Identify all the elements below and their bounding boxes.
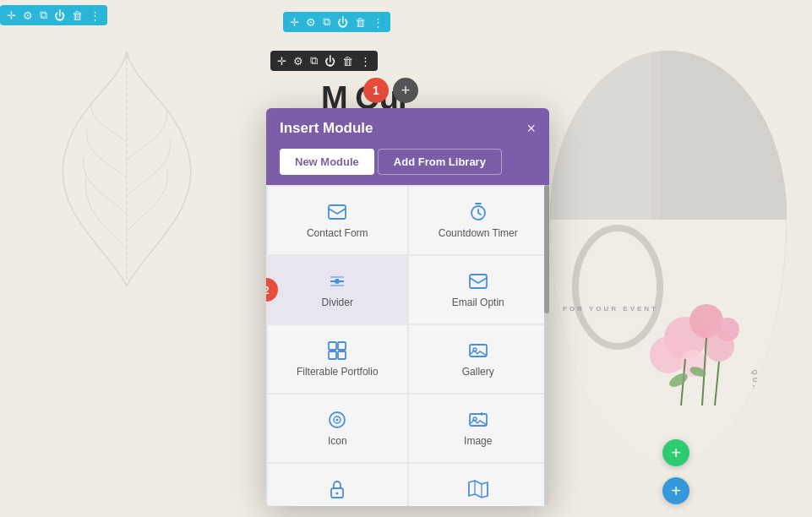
insert-module-modal: Insert Module × New Module Add From Libr… (266, 108, 549, 506)
third-toolbar: ✛ ⚙ ⧉ ⏻ 🗑 ⋮ (283, 12, 390, 32)
second-plus-icon[interactable]: ✛ (277, 55, 286, 68)
filterable-portfolio-icon (327, 340, 347, 361)
tab-add-from-library[interactable]: Add From Library (378, 149, 502, 175)
module-filterable-portfolio[interactable]: Filterable Portfolio (268, 325, 407, 393)
second-copy-icon[interactable]: ⧉ (310, 54, 318, 68)
divider-label: Divider (322, 297, 353, 308)
third-copy-icon[interactable]: ⧉ (323, 15, 330, 29)
module-icon[interactable]: Icon (268, 395, 407, 462)
second-trash-icon[interactable]: 🗑 (342, 55, 353, 68)
icon-module-icon (327, 410, 347, 430)
filterable-portfolio-label: Filterable Portfolio (297, 366, 379, 378)
gallery-label: Gallery (462, 366, 494, 378)
step-badge-1: 1 (363, 78, 389, 103)
module-gallery[interactable]: Gallery (409, 325, 548, 393)
modal-close-button[interactable]: × (526, 121, 536, 136)
modal-scrollbar[interactable] (544, 185, 549, 506)
third-gear-icon[interactable]: ⚙ (306, 16, 316, 29)
email-optin-label: Email Optin (452, 297, 504, 308)
right-oval-image: FOR YOUR EVENT QUALITY (550, 51, 787, 465)
login-label: Login (325, 504, 350, 506)
toolbar-copy-icon[interactable]: ⧉ (40, 8, 47, 22)
feather-watermark (17, 34, 237, 304)
green-add-button-1[interactable]: + (662, 439, 689, 466)
toolbar-gear-icon[interactable]: ⚙ (23, 9, 33, 22)
step-badge-2: 2 (266, 278, 278, 302)
module-countdown-timer[interactable]: Countdown Timer (409, 187, 548, 254)
countdown-timer-label: Countdown Timer (439, 227, 518, 239)
third-plus-icon[interactable]: ✛ (290, 16, 299, 29)
module-image[interactable]: Image (409, 395, 548, 462)
login-icon (327, 479, 347, 499)
email-optin-icon (468, 271, 488, 291)
svg-rect-27 (338, 351, 346, 359)
modal-scroll-thumb (544, 185, 549, 313)
svg-rect-23 (470, 275, 487, 288)
modal-header: Insert Module × (266, 108, 549, 149)
second-dots-icon[interactable]: ⋮ (360, 55, 371, 68)
svg-rect-2 (660, 51, 787, 237)
third-power-icon[interactable]: ⏻ (337, 16, 348, 29)
module-divider[interactable]: 2 Divider (268, 256, 407, 324)
module-grid: Contact Form Countdown Timer 2 (266, 185, 549, 506)
contact-form-icon (327, 202, 347, 222)
modal-body: Contact Form Countdown Timer 2 (266, 185, 549, 506)
module-email-optin[interactable]: Email Optin (409, 256, 548, 324)
icon-label: Icon (328, 435, 347, 447)
module-map[interactable]: Map (409, 464, 548, 506)
module-login[interactable]: Login (268, 464, 407, 506)
modal-title: Insert Module (280, 120, 373, 137)
divider-icon (327, 271, 347, 291)
map-icon (468, 479, 488, 499)
svg-point-18 (477, 205, 479, 207)
svg-rect-26 (329, 351, 336, 359)
tab-new-module[interactable]: New Module (280, 149, 374, 175)
svg-point-38 (336, 493, 339, 495)
image-label: Image (464, 435, 492, 447)
contact-form-label: Contact Form (307, 227, 368, 239)
blue-add-button-2[interactable]: + (662, 477, 689, 504)
svg-rect-1 (550, 51, 651, 237)
svg-rect-16 (329, 205, 346, 219)
top-toolbar: ✛ ⚙ ⧉ ⏻ 🗑 ⋮ (0, 5, 107, 25)
toolbar-plus-icon[interactable]: ✛ (7, 9, 16, 22)
svg-marker-39 (469, 481, 488, 498)
svg-point-20 (335, 279, 340, 284)
gallery-icon (468, 340, 488, 361)
svg-rect-25 (338, 342, 346, 350)
second-gear-icon[interactable]: ⚙ (293, 55, 303, 68)
toolbar-trash-icon[interactable]: 🗑 (72, 9, 83, 22)
toolbar-dots-icon[interactable]: ⋮ (90, 9, 101, 22)
expand-button[interactable]: + (393, 78, 418, 103)
map-label: Map (468, 504, 488, 506)
svg-point-32 (336, 419, 339, 422)
svg-point-10 (716, 318, 739, 341)
svg-rect-24 (329, 342, 336, 350)
modal-tabs: New Module Add From Library (266, 149, 549, 185)
second-power-icon[interactable]: ⏻ (324, 55, 335, 68)
second-toolbar: ✛ ⚙ ⧉ ⏻ 🗑 ⋮ (270, 51, 378, 71)
third-trash-icon[interactable]: 🗑 (355, 16, 366, 29)
toolbar-power-icon[interactable]: ⏻ (54, 9, 65, 22)
third-dots-icon[interactable]: ⋮ (373, 16, 384, 29)
countdown-timer-icon (468, 202, 488, 222)
module-contact-form[interactable]: Contact Form (268, 187, 407, 254)
image-icon (468, 410, 488, 430)
